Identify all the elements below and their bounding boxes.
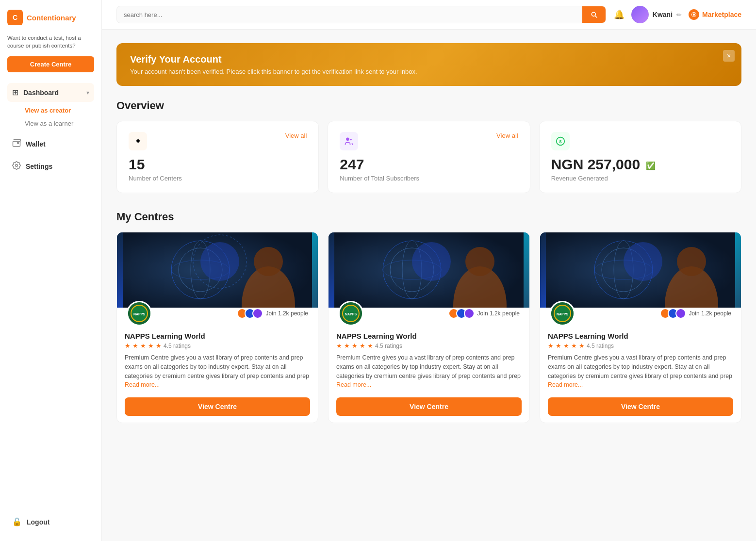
centre-body-1: NAPPS Join 1.2k people NAPPS L <box>117 308 318 423</box>
search-input[interactable] <box>117 7 582 23</box>
subscribers-label: Number of Total Subscribers <box>340 175 518 182</box>
centre-body-2: NAPPS Join 1.2k people NAPPS L <box>329 308 529 423</box>
centre-logo-2: NAPPS <box>338 301 363 326</box>
topbar: 🔔 Kwani ✏ Marketplace <box>102 0 756 30</box>
app-name: Contentionary <box>27 14 76 22</box>
read-more-3[interactable]: Read more... <box>548 381 583 388</box>
star3-1: ★ <box>548 342 554 349</box>
user-name-label: Kwani <box>653 11 673 18</box>
svg-point-13 <box>200 242 239 281</box>
revenue-number: NGN 257,000 <box>551 156 640 173</box>
centre-meta-3: NAPPS Join 1.2k people <box>548 301 733 326</box>
join-info-1: Join 1.2k people <box>237 308 308 319</box>
join-text-1: Join 1.2k people <box>266 310 308 317</box>
verify-banner[interactable]: Verify Your Account Your account hasn't … <box>116 43 741 86</box>
join-avatar-3c <box>675 308 686 319</box>
centre-card-3: NAPPS Join 1.2k people NAPPS L <box>540 232 741 423</box>
topbar-right: 🔔 Kwani ✏ Marketplace <box>614 6 741 23</box>
star3-2: ★ <box>556 342 561 349</box>
centres-card-header: ✦ View all <box>129 132 307 150</box>
star-3: ★ <box>140 342 146 349</box>
globe-art-2 <box>329 232 529 308</box>
centre-image-1 <box>117 232 318 308</box>
join-avatars-3 <box>660 308 686 319</box>
revenue-icon: $ <box>551 132 570 150</box>
subscribers-view-all[interactable]: View all <box>496 132 518 139</box>
logout-label: Logout <box>27 518 49 526</box>
view-centre-button-3[interactable]: View Centre <box>548 397 733 416</box>
svg-text:$: $ <box>559 139 561 144</box>
subscribers-card-header: View all <box>340 132 518 150</box>
avatar <box>631 6 649 23</box>
search-wrap <box>116 6 606 23</box>
svg-point-4 <box>346 138 349 141</box>
sidebar: C Contentionary Want to conduct a test, … <box>0 0 102 541</box>
chevron-down-icon: ▾ <box>86 89 89 96</box>
star2-4: ★ <box>360 342 365 349</box>
rating-text-1: 4.5 ratings <box>164 343 191 349</box>
svg-text:NAPPS: NAPPS <box>557 312 568 316</box>
edit-profile-icon[interactable]: ✏ <box>676 11 682 18</box>
view-centre-button-2[interactable]: View Centre <box>336 397 522 416</box>
logout-icon: 🔓 <box>12 517 22 526</box>
logo-area: C Contentionary <box>7 10 94 25</box>
sidebar-item-view-learner[interactable]: View as a learner <box>21 117 94 130</box>
join-avatars-2 <box>448 308 475 319</box>
centre-desc-3: Premium Centre gives you a vast library … <box>548 353 733 390</box>
centre-logo-1: NAPPS <box>127 301 152 326</box>
centres-card: ✦ View all 15 Number of Centers <box>116 121 319 193</box>
centre-image-3 <box>540 232 741 308</box>
search-button[interactable] <box>582 6 606 23</box>
svg-point-36 <box>624 242 662 281</box>
centre-image-2 <box>329 232 529 308</box>
sidebar-item-dashboard[interactable]: ⊞ Dashboard ▾ <box>7 83 94 102</box>
overview-cards: ✦ View all 15 Number of Centers <box>116 121 741 193</box>
sidebar-bottom: 🔓 Logout <box>7 508 94 531</box>
svg-text:NAPPS: NAPPS <box>133 312 145 316</box>
my-centres-title: My Centres <box>116 211 741 223</box>
join-info-2: Join 1.2k people <box>448 308 520 319</box>
centres-number: 15 <box>129 156 307 173</box>
sidebar-nav: ⊞ Dashboard ▾ View as creator View as a … <box>7 83 94 508</box>
star3-3: ★ <box>563 342 569 349</box>
avatar-image <box>631 6 649 23</box>
read-more-1[interactable]: Read more... <box>125 381 160 388</box>
globe-art-1 <box>117 232 318 308</box>
banner-message: Your account hasn't been verified. Pleas… <box>130 68 728 75</box>
centre-logo-3: NAPPS <box>550 301 575 326</box>
centre-meta-2: NAPPS Join 1.2k people <box>336 301 522 326</box>
marketplace-link[interactable]: Marketplace <box>689 9 741 20</box>
sidebar-item-wallet[interactable]: Wallet <box>7 134 94 154</box>
star-1: ★ <box>125 342 131 349</box>
view-centre-button-1[interactable]: View Centre <box>125 397 310 416</box>
centre-desc-2: Premium Centre gives you a vast library … <box>336 353 522 390</box>
logout-button[interactable]: 🔓 Logout <box>7 512 94 531</box>
read-more-2[interactable]: Read more... <box>336 381 371 388</box>
join-avatar-1c <box>252 308 263 319</box>
star3-5-half: ★ <box>579 342 585 349</box>
subscribers-icon <box>340 132 358 150</box>
svg-point-25 <box>412 242 451 281</box>
sidebar-item-settings[interactable]: Settings <box>7 156 94 177</box>
centre-meta-1: NAPPS Join 1.2k people <box>125 301 310 326</box>
centres-view-all[interactable]: View all <box>285 132 307 139</box>
sidebar-item-view-creator[interactable]: View as creator <box>21 104 94 117</box>
centres-icon: ✦ <box>129 132 147 150</box>
centre-img-overlay-3 <box>540 232 741 308</box>
subscribers-card: View all 247 Number of Total Subscribers <box>328 121 530 193</box>
centres-grid: NAPPS Join 1.2k people NAPPS L <box>116 232 741 423</box>
notification-icon[interactable]: 🔔 <box>614 9 625 20</box>
centre-card-2: NAPPS Join 1.2k people NAPPS L <box>328 232 530 423</box>
join-avatar-2c <box>464 308 475 319</box>
centre-img-overlay-2 <box>329 232 529 308</box>
create-centre-button[interactable]: Create Centre <box>7 56 94 72</box>
star-4: ★ <box>148 342 154 349</box>
star2-5-half: ★ <box>367 342 373 349</box>
svg-rect-0 <box>13 141 20 147</box>
svg-point-16 <box>254 247 283 276</box>
banner-close-button[interactable]: × <box>723 50 735 62</box>
star-5-half: ★ <box>156 342 162 349</box>
revenue-card-header: $ <box>551 132 729 150</box>
logo-icon: C <box>7 10 23 25</box>
star-2: ★ <box>132 342 138 349</box>
